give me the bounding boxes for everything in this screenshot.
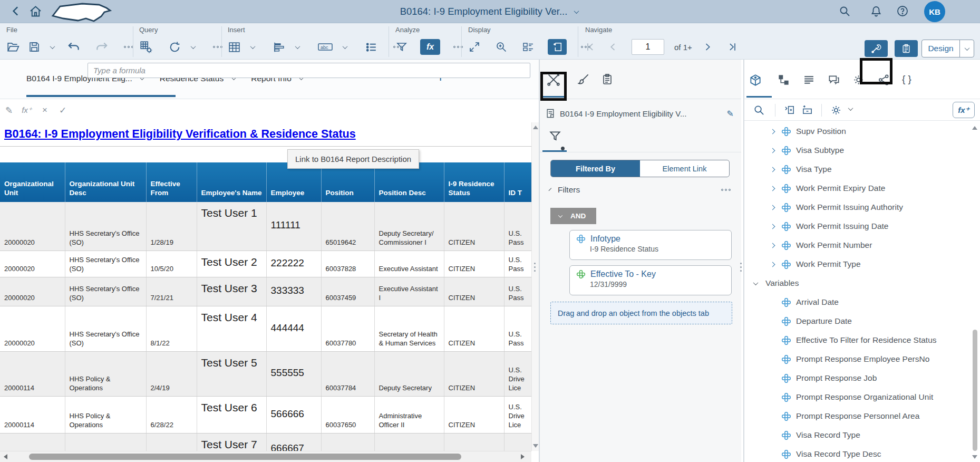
- column-header[interactable]: Organizational Unit: [0, 162, 65, 202]
- collapse-chevron-icon[interactable]: [752, 282, 759, 285]
- horizontal-scroll-thumb[interactable]: [29, 454, 461, 460]
- settings-gear-tab-icon[interactable]: [852, 73, 865, 86]
- scroll-down-icon[interactable]: [533, 444, 538, 448]
- tools-tab-icon[interactable]: [546, 72, 561, 87]
- dimension-item[interactable]: Supv Position: [744, 122, 971, 141]
- filter-drop-zone[interactable]: Drag and drop an object from the objects…: [550, 302, 732, 324]
- table-cell[interactable]: Test User 7: [197, 433, 266, 451]
- table-cell[interactable]: HHS Secretary's Office (SO): [65, 202, 146, 251]
- report-title-link[interactable]: B0164: I-9 Employment Eligibility Verifi…: [4, 128, 356, 141]
- table-cell[interactable]: 60037784: [321, 351, 374, 396]
- table-cell[interactable]: HHS Policy & Operations: [65, 396, 146, 433]
- table-cell[interactable]: 7/21/21: [146, 277, 197, 306]
- variable-item[interactable]: Effective To Filter for Residence Status: [744, 331, 971, 350]
- refresh-icon[interactable]: [168, 41, 181, 54]
- insert-table-dropdown-icon[interactable]: [249, 45, 256, 49]
- table-cell[interactable]: Test User 6: [197, 396, 266, 433]
- insert-text-dropdown-icon[interactable]: [341, 45, 348, 49]
- dimension-item[interactable]: Visa Type: [744, 160, 971, 179]
- table-cell[interactable]: [444, 433, 504, 451]
- table-cell[interactable]: [374, 433, 444, 451]
- formula-input[interactable]: [88, 63, 530, 78]
- table-cell[interactable]: Test User 2: [197, 251, 266, 277]
- table-cell[interactable]: 20000020: [0, 251, 65, 277]
- filters-section-header[interactable]: Filters: [550, 185, 731, 195]
- create-calculation-button[interactable]: fx⁺: [953, 102, 975, 118]
- table-cell[interactable]: [146, 433, 197, 451]
- zoom-icon[interactable]: [495, 41, 508, 53]
- filter-icon[interactable]: [395, 41, 408, 53]
- last-page-icon[interactable]: [727, 42, 738, 52]
- table-cell[interactable]: 65019642: [321, 202, 374, 251]
- table-cell[interactable]: 111111: [266, 202, 321, 251]
- scroll-thumb[interactable]: [973, 330, 977, 451]
- table-cell[interactable]: 20000020: [0, 306, 65, 351]
- dimension-item[interactable]: Work Permit Expiry Date: [744, 179, 971, 198]
- filter-card-effective-to[interactable]: * Effective To - Key 12/31/9999: [569, 265, 732, 295]
- filtered-by-segment[interactable]: Filtered By: [551, 160, 640, 177]
- insert-text-field-icon[interactable]: abc: [317, 41, 333, 53]
- user-avatar[interactable]: KB: [924, 1, 945, 22]
- collapse-chevron-icon[interactable]: [550, 188, 558, 192]
- variable-item[interactable]: Visa Record Type Desc: [744, 445, 971, 462]
- dimension-item[interactable]: Visa Subtype: [744, 141, 971, 160]
- table-cell[interactable]: Test User 5: [197, 351, 266, 396]
- table-cell[interactable]: HHS Secretary's Office (SO): [65, 306, 146, 351]
- table-cell[interactable]: 6/28/22: [146, 396, 197, 433]
- table-cell[interactable]: CITIZEN: [444, 277, 504, 306]
- comments-tab-icon[interactable]: [827, 73, 841, 87]
- column-header[interactable]: Effective From: [146, 162, 197, 202]
- dimension-item[interactable]: Work Permit Number: [744, 236, 971, 255]
- insert-chart-dropdown-icon[interactable]: [294, 45, 301, 49]
- table-cell[interactable]: Deputy Secretary/ Commissioner I: [374, 202, 444, 251]
- undo-icon[interactable]: [67, 40, 81, 54]
- and-operator-header[interactable]: AND: [550, 208, 596, 224]
- table-cell[interactable]: Administrative Officer II: [374, 396, 444, 433]
- column-header[interactable]: Organizational Unit Desc: [65, 162, 146, 202]
- scroll-left-icon[interactable]: [4, 454, 7, 459]
- design-dropdown-icon[interactable]: [959, 40, 974, 57]
- table-cell[interactable]: Test User 3: [197, 277, 266, 306]
- help-icon[interactable]: [896, 5, 909, 17]
- filter-tab-icon[interactable]: [548, 129, 562, 143]
- table-cell[interactable]: U.S. Pass: [504, 251, 531, 277]
- horizontal-scrollbar[interactable]: [0, 451, 531, 462]
- pane-resize-grip[interactable]: [534, 263, 536, 272]
- dimension-item[interactable]: Work Permit Type: [744, 255, 971, 274]
- table-cell[interactable]: U.S. Drive Lice: [504, 396, 531, 433]
- table-cell[interactable]: Test User 1: [197, 202, 266, 251]
- cancel-formula-icon[interactable]: ×: [36, 105, 54, 116]
- table-cell[interactable]: 222222: [266, 251, 321, 277]
- vertical-scrollbar[interactable]: [531, 122, 539, 451]
- element-link-segment[interactable]: Element Link: [640, 160, 729, 177]
- table-cell[interactable]: U.S. Pass: [504, 306, 531, 351]
- list-tab-icon[interactable]: [802, 73, 816, 86]
- save-dropdown-icon[interactable]: [48, 45, 56, 49]
- redo-icon[interactable]: [95, 40, 109, 54]
- tools-button[interactable]: [865, 40, 888, 57]
- variable-item[interactable]: Prompt Response Organizational Unit: [744, 388, 971, 407]
- column-header[interactable]: ID T: [504, 162, 531, 202]
- table-cell[interactable]: CITIZEN: [444, 396, 504, 433]
- column-header[interactable]: I-9 Residence Status: [444, 162, 504, 202]
- table-cell[interactable]: 8/1/22: [146, 306, 197, 351]
- script-braces-tab-icon[interactable]: { }: [902, 73, 911, 85]
- search-icon[interactable]: [838, 5, 851, 17]
- table-cell[interactable]: U.S. Drive Lice: [504, 351, 531, 396]
- clipboard-tab-icon[interactable]: [601, 72, 614, 86]
- expand-chevron-icon[interactable]: [769, 244, 776, 247]
- refresh-dropdown-icon[interactable]: [189, 45, 197, 49]
- dimension-item[interactable]: Work Permit Issuing Authority: [744, 198, 971, 217]
- table-cell[interactable]: [321, 433, 374, 451]
- variables-section-header[interactable]: Variables: [744, 274, 971, 293]
- expand-chevron-icon[interactable]: [769, 149, 776, 152]
- variable-item[interactable]: Departure Date: [744, 312, 971, 331]
- objects-scrollbar[interactable]: [971, 122, 979, 462]
- expand-chevron-icon[interactable]: [769, 206, 776, 209]
- table-cell[interactable]: 2/4/19: [146, 351, 197, 396]
- variable-item[interactable]: Prompt Response Job: [744, 369, 971, 388]
- table-cell[interactable]: Executive Assistant: [374, 251, 444, 277]
- previous-page-icon[interactable]: [608, 42, 618, 52]
- expand-chevron-icon[interactable]: [769, 130, 776, 133]
- variable-item[interactable]: Arrival Date: [744, 293, 971, 312]
